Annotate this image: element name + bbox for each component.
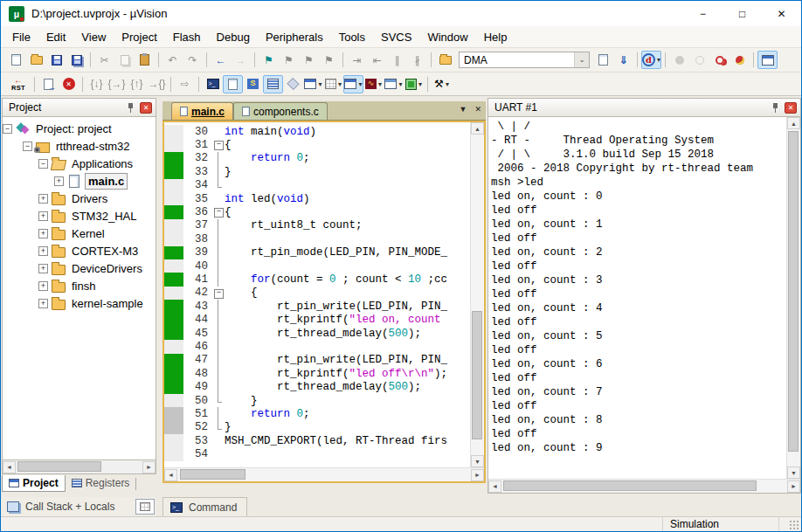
- disable-all-breakpoints-button[interactable]: [709, 51, 729, 69]
- next-bookmark-button[interactable]: ⚑: [299, 51, 319, 69]
- code-line[interactable]: 52 }: [164, 421, 470, 434]
- command-window-button[interactable]: [203, 75, 223, 93]
- fold-marker[interactable]: [213, 165, 225, 178]
- show-next-statement-button[interactable]: ⇨: [175, 75, 195, 93]
- fold-marker[interactable]: [213, 152, 225, 165]
- tab-registers[interactable]: Registers: [66, 475, 136, 491]
- code-line[interactable]: 48 rt_kprintf("led off\r\n");: [164, 367, 470, 380]
- fold-marker[interactable]: [213, 340, 225, 353]
- toolbox-button[interactable]: ⚒▾: [432, 75, 452, 93]
- close-panel-button[interactable]: ✕: [785, 102, 797, 114]
- menu-item[interactable]: Window: [419, 28, 475, 46]
- menu-item[interactable]: View: [73, 28, 114, 46]
- paste-button[interactable]: [135, 51, 155, 69]
- fold-marker[interactable]: [213, 192, 225, 205]
- scrollbar-thumb[interactable]: [788, 131, 799, 452]
- fold-marker[interactable]: [213, 246, 225, 259]
- menu-item[interactable]: SVCS: [373, 28, 419, 46]
- step-into-button[interactable]: {↓}: [86, 75, 107, 93]
- tree-item[interactable]: DeviceDrivers: [3, 259, 156, 277]
- scrollbar-thumb[interactable]: [503, 480, 757, 491]
- code-line[interactable]: 32 return 0;: [164, 152, 470, 165]
- code-area[interactable]: 30 int main(void) 31 { 32: [164, 122, 470, 467]
- fold-marker[interactable]: [213, 447, 225, 460]
- project-hscrollbar[interactable]: ◄ ►: [2, 460, 156, 474]
- code-line[interactable]: 41 for(count = 0 ; count < 10 ;cc: [164, 273, 470, 286]
- expander-icon[interactable]: [54, 176, 64, 186]
- navigate-back-button[interactable]: ←: [211, 51, 231, 69]
- minimize-button[interactable]: −: [683, 1, 722, 26]
- project-window-toggle-button[interactable]: [757, 51, 778, 69]
- search-dropdown-button[interactable]: ⌄: [574, 52, 589, 67]
- scroll-right-icon[interactable]: ►: [471, 469, 484, 481]
- menu-item[interactable]: Debug: [209, 28, 258, 46]
- undo-button[interactable]: ↶: [162, 51, 183, 69]
- menu-item[interactable]: File: [4, 28, 38, 46]
- scrollbar-thumb[interactable]: [180, 469, 245, 480]
- dropdown-icon[interactable]: ▾: [446, 80, 449, 88]
- dropdown-icon[interactable]: ▾: [418, 80, 422, 88]
- command-tab[interactable]: Command: [162, 497, 247, 516]
- code-line[interactable]: 47 rt_pin_write(LED_PIN, PIN_: [164, 354, 470, 367]
- code-line[interactable]: 36 {: [164, 205, 470, 218]
- code-line[interactable]: 46: [164, 340, 470, 353]
- serial-windows-button[interactable]: ▾: [343, 75, 363, 93]
- trace-windows-button[interactable]: ▾: [384, 75, 404, 93]
- copy-button[interactable]: [114, 51, 135, 69]
- save-all-button[interactable]: [66, 51, 86, 69]
- incremental-find-button[interactable]: ⇓: [613, 51, 633, 69]
- fold-marker[interactable]: [213, 327, 225, 340]
- scroll-left-icon[interactable]: ◄: [488, 480, 501, 493]
- maximize-button[interactable]: □: [722, 1, 762, 26]
- pin-icon[interactable]: [127, 102, 135, 113]
- fold-marker[interactable]: [213, 407, 225, 420]
- new-file-button[interactable]: [6, 51, 26, 69]
- code-line[interactable]: 49 rt_thread_mdelay(500);: [164, 380, 470, 393]
- call-stack-window-button[interactable]: [283, 75, 303, 93]
- fold-marker[interactable]: [213, 313, 225, 326]
- expander-icon[interactable]: [38, 281, 48, 291]
- fold-marker[interactable]: [213, 219, 225, 232]
- fold-marker[interactable]: [213, 380, 225, 393]
- uart-vscrollbar[interactable]: ▲ ▼: [786, 117, 800, 479]
- code-line[interactable]: 33 }: [164, 165, 470, 178]
- code-line[interactable]: 38: [164, 232, 470, 245]
- expander-icon[interactable]: [38, 299, 48, 308]
- scrollbar-thumb[interactable]: [472, 311, 482, 439]
- code-line[interactable]: 50 }: [164, 394, 470, 407]
- editor-hscrollbar[interactable]: ◄ ►: [164, 467, 484, 481]
- code-line[interactable]: 43 rt_pin_write(LED_PIN, PIN_: [164, 300, 470, 313]
- step-out-button[interactable]: {↑}: [127, 75, 147, 93]
- expander-icon[interactable]: [3, 124, 12, 134]
- scrollbar-track[interactable]: [16, 460, 142, 473]
- uncomment-button[interactable]: ∦: [407, 51, 427, 69]
- fold-marker[interactable]: [213, 354, 225, 367]
- dropdown-icon[interactable]: ▾: [358, 80, 362, 88]
- fold-marker[interactable]: [213, 394, 225, 407]
- tab-project[interactable]: Project: [2, 475, 66, 492]
- tree-item[interactable]: kernel-sample: [3, 294, 156, 312]
- run-button[interactable]: [38, 75, 59, 93]
- code-line[interactable]: 37 rt_uint8_t count;: [164, 219, 470, 232]
- fold-marker[interactable]: [213, 273, 225, 286]
- kill-all-breakpoints-button[interactable]: [729, 51, 750, 69]
- search-combobox[interactable]: DMA ⌄: [459, 52, 590, 68]
- tree-item[interactable]: STM32_HAL: [3, 207, 156, 225]
- fold-marker[interactable]: [213, 232, 225, 245]
- expander-icon[interactable]: [38, 246, 48, 256]
- code-line[interactable]: 45 rt_thread_mdelay(500);: [164, 327, 470, 340]
- tree-item[interactable]: main.c: [3, 172, 156, 190]
- code-line[interactable]: 30 int main(void): [164, 125, 470, 138]
- close-file-icon[interactable]: ✕: [474, 105, 481, 114]
- tree-item[interactable]: rtthread-stm32: [3, 137, 156, 155]
- code-line[interactable]: 53 MSH_CMD_EXPORT(led, RT-Thread firs: [164, 434, 470, 447]
- scroll-down-icon[interactable]: ▼: [471, 455, 484, 467]
- registers-window-button[interactable]: [263, 75, 283, 93]
- analysis-windows-button[interactable]: ▾: [363, 75, 384, 93]
- memory-window-button[interactable]: [135, 499, 155, 515]
- stop-button[interactable]: ✕: [59, 75, 79, 93]
- scroll-right-icon[interactable]: ►: [787, 480, 800, 493]
- menu-item[interactable]: Project: [114, 28, 164, 46]
- tree-item[interactable]: Drivers: [3, 190, 156, 207]
- tab-list-icon[interactable]: ▼: [460, 105, 467, 114]
